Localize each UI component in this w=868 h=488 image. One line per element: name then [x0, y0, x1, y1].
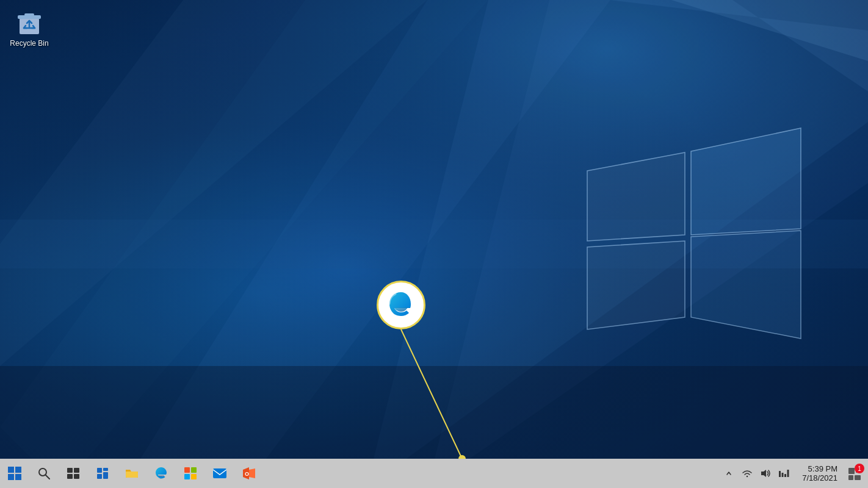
- office-button[interactable]: O: [234, 459, 264, 488]
- start-icon: [8, 467, 21, 480]
- edge-taskbar-button[interactable]: [146, 459, 176, 488]
- svg-rect-46: [848, 468, 855, 474]
- show-hidden-icons-button[interactable]: [720, 465, 737, 482]
- microsoft-store-button[interactable]: [176, 459, 205, 488]
- system-tray: 5:39 PM 7/18/2021 1: [718, 459, 868, 488]
- svg-rect-20: [8, 467, 14, 473]
- desktop: Recycle Bin: [0, 0, 868, 488]
- mail-button[interactable]: [205, 459, 234, 488]
- chevron-up-icon: [726, 469, 732, 478]
- taskbar-center: [264, 459, 718, 488]
- svg-rect-36: [191, 467, 197, 473]
- mail-icon: [212, 467, 227, 479]
- file-explorer-button[interactable]: [117, 459, 146, 488]
- volume-icon: [760, 468, 771, 478]
- svg-rect-28: [67, 474, 73, 479]
- notification-button[interactable]: 1: [844, 462, 866, 484]
- svg-rect-29: [74, 474, 79, 479]
- start-button[interactable]: [0, 459, 29, 488]
- taskbar-left: O: [0, 459, 264, 488]
- svg-rect-38: [191, 474, 197, 479]
- annotation-circle: [377, 281, 425, 329]
- svg-rect-42: [779, 471, 781, 477]
- svg-rect-37: [184, 474, 190, 479]
- edge-taskbar-icon: [154, 466, 168, 481]
- svg-rect-27: [74, 468, 79, 473]
- clock-time: 5:39 PM: [808, 464, 837, 473]
- svg-rect-45: [787, 470, 789, 477]
- svg-rect-33: [103, 472, 108, 479]
- store-icon: [183, 466, 198, 481]
- search-icon: [38, 467, 50, 479]
- taskbar: O: [0, 459, 868, 488]
- svg-rect-26: [67, 468, 73, 473]
- svg-rect-49: [855, 475, 861, 480]
- svg-rect-9: [0, 220, 868, 268]
- svg-point-24: [39, 468, 46, 476]
- edge-icon-large-svg: [385, 289, 418, 321]
- recycle-bin-icon[interactable]: Recycle Bin: [5, 5, 54, 50]
- task-view-button[interactable]: [59, 459, 88, 488]
- svg-rect-30: [97, 468, 102, 473]
- network-icon: [778, 468, 789, 478]
- svg-rect-44: [784, 474, 786, 477]
- clock-date: 7/18/2021: [802, 473, 837, 483]
- wifi-button[interactable]: [739, 465, 756, 482]
- clock-area[interactable]: 5:39 PM 7/18/2021: [794, 459, 842, 488]
- svg-rect-31: [103, 468, 108, 471]
- svg-rect-22: [8, 474, 14, 480]
- svg-rect-34: [126, 472, 138, 478]
- svg-rect-39: [213, 468, 226, 478]
- volume-button[interactable]: [757, 465, 774, 482]
- svg-rect-35: [184, 467, 190, 473]
- office-icon: O: [242, 466, 256, 481]
- svg-line-25: [46, 475, 49, 479]
- svg-text:O: O: [245, 471, 249, 477]
- background-rays: [0, 0, 868, 488]
- svg-rect-17: [24, 13, 34, 16]
- task-view-icon: [67, 468, 79, 479]
- notification-badge: 1: [855, 464, 864, 473]
- network-button[interactable]: [775, 465, 792, 482]
- svg-rect-43: [782, 473, 784, 477]
- svg-rect-21: [15, 467, 21, 473]
- recycle-bin-svg: [15, 7, 44, 37]
- search-button[interactable]: [29, 459, 59, 488]
- svg-rect-23: [15, 474, 21, 480]
- wifi-icon: [742, 468, 753, 478]
- recycle-bin-label: Recycle Bin: [10, 39, 48, 48]
- file-explorer-icon: [125, 467, 139, 480]
- svg-marker-41: [761, 470, 766, 477]
- widgets-button[interactable]: [88, 459, 117, 488]
- widgets-icon: [96, 467, 109, 479]
- svg-rect-48: [848, 475, 853, 480]
- svg-rect-32: [97, 474, 102, 479]
